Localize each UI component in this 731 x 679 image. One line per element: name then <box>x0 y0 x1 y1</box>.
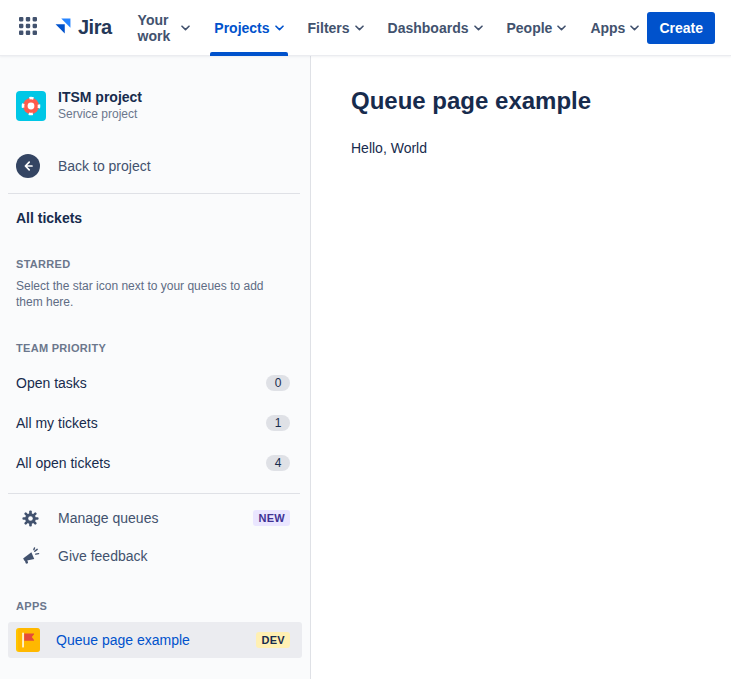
back-to-project-label: Back to project <box>58 158 151 174</box>
new-badge: NEW <box>253 510 290 526</box>
flag-app-icon <box>16 628 40 652</box>
manage-queues-label: Manage queues <box>58 510 253 526</box>
back-to-project-link[interactable]: Back to project <box>0 154 310 178</box>
manage-queues-button[interactable]: Manage queues NEW <box>0 500 310 536</box>
jira-app-window: Jira Your work Projects Filters Dashboar… <box>0 0 731 679</box>
nav-item-label: Filters <box>308 20 350 36</box>
top-navigation-bar: Jira Your work Projects Filters Dashboar… <box>0 0 731 56</box>
sidebar-divider <box>8 493 300 494</box>
all-tickets-link[interactable]: All tickets <box>0 210 310 226</box>
page-body-text: Hello, World <box>351 140 691 156</box>
queues-sidebar: ITSM project Service project Back to pro… <box>0 56 311 679</box>
content-area: ITSM project Service project Back to pro… <box>0 56 731 679</box>
team-priority-section-header: TEAM PRIORITY <box>0 342 310 354</box>
queue-item-all-my-tickets[interactable]: All my tickets 1 <box>0 403 310 443</box>
app-switcher-button[interactable] <box>12 12 44 44</box>
nav-item-apps[interactable]: Apps <box>582 0 647 56</box>
primary-nav: Your work Projects Filters Dashboards Pe… <box>130 0 648 56</box>
nav-item-label: Your work <box>138 12 177 44</box>
chevron-down-icon <box>557 25 566 31</box>
megaphone-icon <box>20 546 40 566</box>
chevron-down-icon <box>181 25 190 31</box>
dev-badge: DEV <box>256 632 290 648</box>
chevron-down-icon <box>355 25 364 31</box>
nav-item-label: People <box>507 20 553 36</box>
jira-logo-text: Jira <box>78 16 112 39</box>
create-button[interactable]: Create <box>647 12 715 44</box>
gear-icon <box>20 508 40 528</box>
queue-item-open-tasks[interactable]: Open tasks 0 <box>0 363 310 403</box>
page-title: Queue page example <box>351 86 691 116</box>
chevron-down-icon <box>630 25 639 31</box>
chevron-down-icon <box>275 25 284 31</box>
give-feedback-button[interactable]: Give feedback <box>0 538 310 574</box>
starred-section-header: STARRED <box>0 258 310 270</box>
queue-count-badge: 4 <box>266 455 290 471</box>
chevron-down-icon <box>474 25 483 31</box>
apps-section-header: APPS <box>0 600 310 612</box>
project-type: Service project <box>58 107 142 122</box>
jira-logo-icon <box>52 15 74 41</box>
starred-empty-hint: Select the star icon next to your queues… <box>0 279 300 310</box>
nav-item-your-work[interactable]: Your work <box>130 0 199 56</box>
nav-item-label: Apps <box>590 20 625 36</box>
nav-item-label: Dashboards <box>388 20 469 36</box>
app-item-queue-page-example[interactable]: Queue page example DEV <box>8 622 302 658</box>
nav-item-label: Projects <box>214 20 269 36</box>
nav-item-people[interactable]: People <box>499 0 575 56</box>
project-avatar <box>16 91 46 121</box>
give-feedback-label: Give feedback <box>58 548 290 564</box>
main-panel: Queue page example Hello, World <box>311 56 731 679</box>
sidebar-divider <box>8 193 300 194</box>
project-header: ITSM project Service project <box>0 89 310 122</box>
grid-icon <box>18 16 38 40</box>
queue-list: Open tasks 0 All my tickets 1 All open t… <box>0 363 310 483</box>
app-item-label: Queue page example <box>56 632 256 648</box>
queue-item-all-open-tickets[interactable]: All open tickets 4 <box>0 443 310 483</box>
project-name: ITSM project <box>58 89 142 106</box>
nav-item-dashboards[interactable]: Dashboards <box>380 0 491 56</box>
queue-label: All open tickets <box>16 455 110 471</box>
back-arrow-icon <box>16 154 40 178</box>
queue-count-badge: 1 <box>266 415 290 431</box>
queue-label: All my tickets <box>16 415 98 431</box>
nav-item-projects[interactable]: Projects <box>206 0 291 56</box>
queue-label: Open tasks <box>16 375 87 391</box>
jira-logo[interactable]: Jira <box>52 15 112 41</box>
nav-item-filters[interactable]: Filters <box>300 0 372 56</box>
queue-count-badge: 0 <box>266 375 290 391</box>
project-title-block: ITSM project Service project <box>58 89 142 122</box>
